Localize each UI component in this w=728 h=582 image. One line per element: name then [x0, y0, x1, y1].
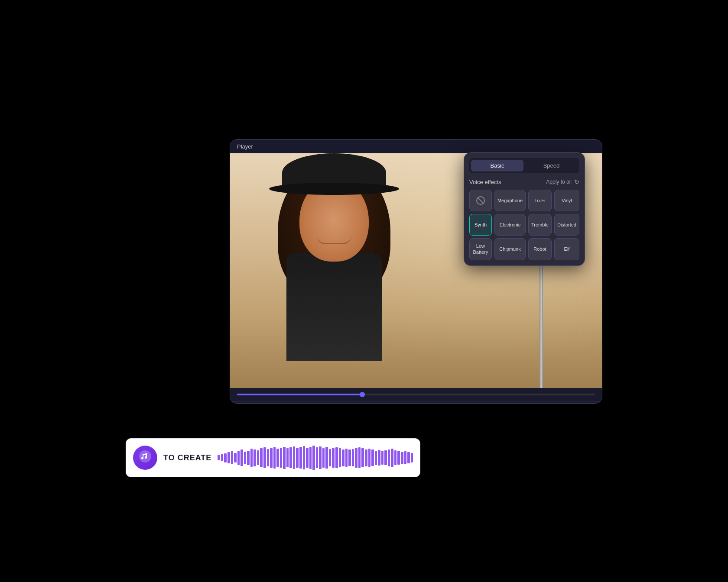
waveform-bar [270, 448, 273, 468]
audio-icon-container [133, 446, 157, 470]
svg-line-1 [478, 197, 484, 204]
refresh-icon: ↻ [574, 178, 579, 185]
audio-track-widget: TO CREATE [126, 438, 420, 477]
waveform-bar [221, 454, 224, 462]
effect-chipmunk[interactable]: Chipmunk [494, 238, 526, 260]
waveform-bar [329, 449, 332, 467]
music-icon [139, 450, 152, 466]
audio-waveform [218, 445, 413, 471]
waveform-bar [319, 446, 322, 469]
waveform-bar [381, 451, 384, 464]
waveform-bar [322, 448, 325, 468]
waveform-bar [345, 449, 348, 467]
waveform-bar [375, 451, 377, 465]
waveform-bar [231, 451, 234, 464]
waveform-bar [267, 449, 270, 467]
waveform-bar [361, 448, 364, 467]
waveform-bar [254, 449, 256, 466]
waveform-bar [348, 449, 351, 466]
waveform-bar [378, 450, 380, 466]
waveform-bar [368, 449, 371, 467]
waveform-bar [218, 455, 220, 460]
waveform-bar [283, 447, 286, 469]
waveform-bar [273, 447, 276, 468]
effect-synth[interactable]: Synth [469, 214, 492, 236]
voice-effects-title: Voice effects [469, 179, 501, 185]
timeline-bar[interactable] [230, 388, 602, 401]
svg-point-2 [139, 450, 151, 462]
waveform-bar [394, 450, 397, 466]
waveform-bar [365, 449, 367, 466]
effect-low-battery[interactable]: Low Battery [469, 238, 492, 260]
panel-header: Voice effects Apply to all ↻ [469, 178, 579, 185]
waveform-bar [240, 449, 243, 466]
waveform-bar [247, 451, 250, 465]
waveform-bar [342, 449, 344, 466]
panel-tabs: Basic Speed [469, 158, 579, 173]
waveform-bar [296, 448, 299, 468]
waveform-bar [339, 448, 341, 467]
effect-vinyl[interactable]: Vinyl [554, 190, 579, 211]
waveform-bar [237, 451, 240, 465]
waveform-bar [411, 453, 413, 463]
waveform-bar [371, 449, 374, 466]
waveform-bar [299, 447, 302, 469]
waveform-bar [286, 448, 289, 467]
audio-track-label: TO CREATE [163, 453, 211, 462]
effect-elf[interactable]: Elf [554, 238, 579, 260]
effect-none[interactable] [469, 190, 492, 211]
waveform-bar [234, 453, 237, 463]
waveform-bar [244, 452, 247, 464]
effect-distorted[interactable]: Distorted [554, 214, 579, 236]
waveform-bar [312, 446, 315, 469]
waveform-bar [224, 453, 227, 462]
waveform-bar [289, 447, 292, 468]
waveform-bar [228, 452, 230, 463]
timeline-track[interactable] [237, 394, 595, 395]
waveform-bar [401, 452, 403, 464]
waveform-bar [303, 446, 306, 469]
tab-basic[interactable]: Basic [471, 160, 523, 171]
waveform-bar [276, 449, 279, 467]
tab-speed[interactable]: Speed [525, 160, 578, 171]
timeline-thumb[interactable] [360, 392, 365, 397]
waveform-bar [325, 447, 328, 468]
waveform-bar [293, 446, 296, 469]
waveform-bar [335, 447, 338, 468]
effect-megaphone[interactable]: Megaphone [494, 190, 526, 211]
waveform-bar [309, 447, 312, 469]
controls-bar: 16:9 ▾ [230, 401, 602, 404]
waveform-bar [316, 447, 318, 468]
waveform-bar [391, 449, 393, 467]
effect-lofi[interactable]: Lo-Fi [528, 190, 552, 211]
player-titlebar: Player [230, 140, 602, 153]
waveform-bar [358, 447, 361, 468]
waveform-bar [404, 451, 407, 464]
effects-grid: Megaphone Lo-Fi Vinyl Synth Electronic T… [469, 190, 579, 260]
waveform-bar [250, 449, 253, 467]
waveform-bar [332, 448, 335, 468]
waveform-bar [384, 450, 387, 466]
woman-figure [252, 153, 416, 388]
apply-to-all-button[interactable]: Apply to all ↻ [546, 178, 579, 185]
timeline-progress [237, 394, 362, 395]
waveform-bar [280, 448, 283, 468]
voice-effects-panel: Basic Speed Voice effects Apply to all ↻… [464, 152, 585, 266]
waveform-bar [388, 449, 390, 466]
effect-robot[interactable]: Robot [528, 238, 552, 260]
waveform-bar [407, 452, 410, 463]
waveform-bar [306, 448, 309, 468]
waveform-bar [257, 450, 260, 466]
waveform-bar [355, 448, 358, 468]
waveform-bar [397, 451, 400, 464]
waveform-bar [260, 448, 263, 467]
waveform-bar [263, 447, 266, 468]
waveform-bar [352, 449, 354, 467]
effect-electronic[interactable]: Electronic [494, 214, 526, 236]
player-title: Player [237, 143, 253, 150]
effect-tremble[interactable]: Tremble [528, 214, 552, 236]
